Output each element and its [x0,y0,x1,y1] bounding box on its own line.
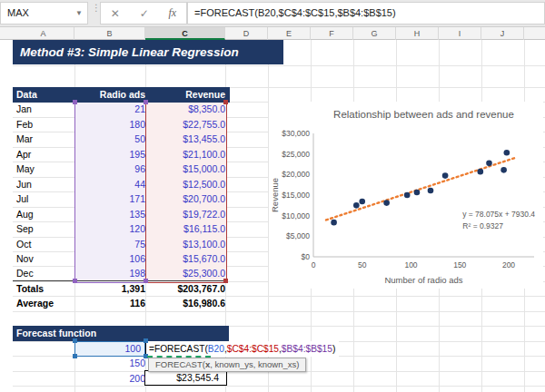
table-cell-radio-ads[interactable]: 50 [74,132,150,146]
excel-window: MAX ▼ ⋮ ✕ ✓ fx =FORECAST(B20,$C$4:$C$15,… [0,0,545,392]
range-handle[interactable] [73,279,77,283]
table-cell-revenue[interactable]: $15,000.0 [145,162,230,176]
totals-revenue[interactable]: $203,767.0 [145,281,230,296]
table-cell-radio-ads[interactable]: 44 [74,177,150,191]
table-cell-month[interactable]: Jul [13,191,78,206]
table-cell-month[interactable]: Jan [13,102,78,116]
table-cell-month[interactable]: May [13,162,78,176]
table-cell-radio-ads[interactable]: 21 [74,102,150,116]
table-cell-month[interactable]: Jun [13,177,78,191]
totals-radio-ads[interactable]: 1,391 [74,281,150,296]
data-point [504,150,510,156]
average-radio-ads[interactable]: 116 [74,296,150,310]
data-point [359,199,365,205]
table-cell-radio-ads[interactable]: 120 [74,221,150,236]
x-axis-title: Number of radio ads [384,275,462,285]
y-tick-label: $0 [302,252,311,261]
name-box[interactable]: MAX ▼ [0,2,88,24]
data-point [331,220,337,226]
range-handle[interactable] [73,100,77,104]
table-cell-revenue[interactable]: $15,670.0 [145,251,230,266]
range-handle[interactable] [73,354,77,358]
scatter-chart[interactable]: Relationship between ads and revenue$0$5… [269,102,543,289]
table-cell-month[interactable]: Mar [13,132,78,146]
table-cell-revenue[interactable]: $12,500.0 [145,177,230,191]
gridline [13,311,545,312]
name-box-dropdown-icon[interactable]: ▼ [75,3,83,24]
average-revenue[interactable]: $16,980.6 [145,296,230,310]
data-point [414,190,421,196]
table-cell-revenue[interactable]: $22,755.0 [145,117,230,132]
range-handle[interactable] [223,279,228,283]
table-cell-radio-ads[interactable]: 75 [74,237,150,251]
table-cell-month[interactable]: Apr [13,147,78,162]
table-cell-revenue[interactable]: $21,100.0 [145,147,230,162]
table-cell-revenue[interactable]: $19,722.0 [145,207,230,221]
table-cell-radio-ads[interactable]: 106 [74,251,150,266]
forecast-input-cell[interactable]: 200 [74,371,150,386]
data-point [404,192,411,199]
table-cell-radio-ads[interactable]: 195 [74,147,150,162]
trendline-equation: y = 78.075x + 7930.4 [462,210,535,219]
function-tooltip: FORECAST(x, known_ys, known_xs) [148,358,306,372]
column-header-G[interactable]: G [353,27,396,40]
table-cell-revenue[interactable]: $16,115.0 [145,221,230,236]
y-tick-label: $15,000 [282,191,310,200]
table-cell-month[interactable]: Oct [13,237,78,251]
tooltip-suffix: , known_ys, known_xs) [210,359,299,369]
active-formula-cell[interactable]: =FORECAST(B20,$C$4:$C$15,$B$4:$B$15) [145,341,339,357]
table-cell-month[interactable]: Dec [13,266,78,280]
forecast-input-cell-b20[interactable]: 100 [74,341,145,357]
formula-bar-separator: ⋮ [92,5,94,22]
forecast-input-cell[interactable]: 150 [74,356,150,370]
column-header-F[interactable]: F [311,27,353,40]
range-handle[interactable] [144,338,148,343]
edit-cell-dashed-border [147,356,211,358]
cancel-icon[interactable]: ✕ [111,7,120,20]
enter-icon[interactable]: ✓ [140,7,149,20]
table-cell-revenue[interactable]: $13,100.0 [145,237,230,251]
table-cell-radio-ads[interactable]: 180 [74,117,150,132]
range-handle[interactable] [223,100,228,104]
table-cell-radio-ads[interactable]: 171 [74,191,150,206]
column-header-B[interactable]: B [74,27,145,40]
chart-canvas: Relationship between ads and revenue$0$5… [269,102,543,289]
table-cell-radio-ads[interactable]: 96 [74,162,150,176]
insert-function-icon[interactable]: fx [168,6,176,20]
forecast-section-header[interactable]: Forecast function [13,326,229,340]
formula-part: =FORECAST( [149,344,208,354]
sheet-title-cell[interactable]: Method #3: Simple Linear Regression [13,40,283,64]
x-tick-label: 0 [312,260,316,270]
average-label[interactable]: Average [13,296,78,310]
column-header-J[interactable]: J [481,27,524,40]
column-header-D[interactable]: D [225,27,268,40]
table-header-radio-ads[interactable]: Radio ads [74,87,150,103]
data-point [478,169,484,175]
forecast-result-cell[interactable]: $23,545.4 [144,370,228,387]
column-header-E[interactable]: E [268,27,311,40]
y-tick-label: $30,000 [282,129,310,138]
table-cell-revenue[interactable]: $20,700.0 [145,191,230,206]
range-handle[interactable] [144,100,148,104]
table-cell-revenue[interactable]: $13,455.0 [145,132,230,146]
table-cell-month[interactable]: Nov [13,251,78,266]
spreadsheet-grid[interactable]: Method #3: Simple Linear Regression Data… [0,40,545,392]
table-cell-month[interactable]: Sep [13,221,78,236]
column-header-C[interactable]: C [145,27,225,40]
totals-label[interactable]: Totals [13,281,78,296]
table-cell-revenue[interactable]: $8,350.0 [145,102,230,116]
column-header-I[interactable]: I [439,27,481,40]
range-handle[interactable] [144,279,148,283]
table-cell-month[interactable]: Feb [13,117,78,132]
formula-part: $B$4:$B$15 [282,344,332,354]
formula-input[interactable]: =FORECAST(B20,$C$4:$C$15,$B$4:$B$15) [187,2,545,24]
column-header-A[interactable]: A [13,27,74,40]
table-header-data[interactable]: Data [13,87,78,103]
table-cell-revenue[interactable]: $25,300.0 [145,266,230,280]
column-header-H[interactable]: H [396,27,439,40]
table-cell-month[interactable]: Aug [13,207,78,221]
range-handle[interactable] [73,338,77,343]
table-header-revenue[interactable]: Revenue [145,87,230,103]
table-cell-radio-ads[interactable]: 198 [74,266,150,280]
table-cell-radio-ads[interactable]: 135 [74,207,150,221]
